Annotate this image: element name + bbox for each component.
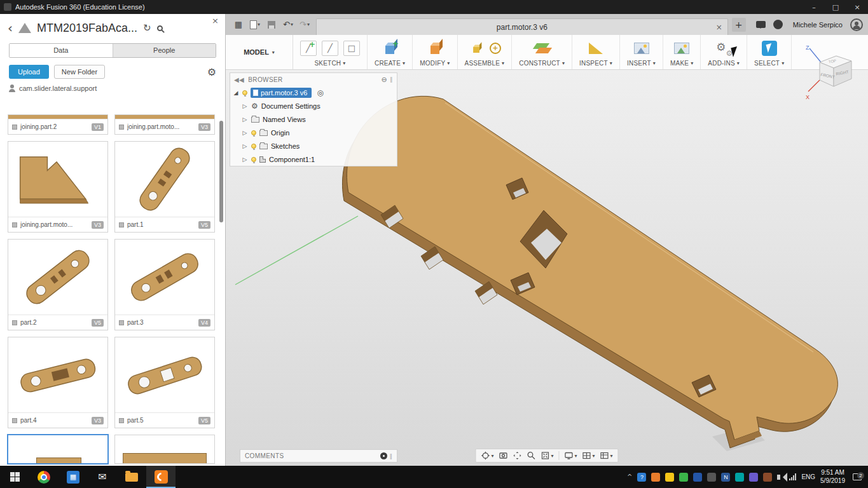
press-pull-icon[interactable] [427,40,443,57]
create-menu[interactable]: CREATE▾ [375,60,405,67]
joint-icon[interactable]: + [490,43,501,54]
refresh-icon[interactable]: ↻ [143,22,151,34]
volume-icon[interactable] [777,475,780,480]
taskbar-chrome[interactable] [29,466,59,488]
language-indicator[interactable]: ENG [801,473,815,480]
document-tab[interactable]: part.motor.3 v6 × [316,18,728,35]
visibility-bulb-icon[interactable] [251,144,256,149]
tray-icon[interactable]: N [721,473,730,482]
clock[interactable]: 9:51 AM 5/9/2019 [820,469,845,485]
zoom-icon[interactable] [525,449,537,462]
tray-icon[interactable]: ? [637,473,646,482]
minimize-button[interactable]: – [803,0,825,14]
search-icon[interactable] [157,25,163,31]
file-menu-icon[interactable]: ▾ [247,17,263,32]
comments-grip-icon[interactable]: ∥ [390,453,393,459]
addins-menu[interactable]: ADD-INS▾ [708,60,740,67]
data-panel-close-icon[interactable]: × [212,16,219,25]
file-card-selected[interactable] [8,435,108,464]
data-panel-scrollbar[interactable] [219,121,223,222]
tab-people[interactable]: People [113,44,216,57]
expand-icon[interactable]: ▷ [242,130,248,136]
comments-menu-icon[interactable] [380,452,387,459]
browser-node-document-settings[interactable]: ▷ ⚙ Document Settings [230,99,397,112]
tray-icon[interactable] [665,473,674,482]
file-card[interactable] [114,435,215,464]
user-name[interactable]: Michele Serpico [793,21,843,29]
profile-avatar-icon[interactable] [850,18,863,31]
document-tab-close-icon[interactable]: × [716,23,722,32]
create-sketch-icon[interactable]: ╱+ [300,41,317,56]
make-3d-print-icon[interactable] [674,43,689,54]
tray-expand-icon[interactable]: ^ [627,473,632,480]
tray-icon[interactable] [693,473,702,482]
browser-root-row[interactable]: ◢ part.motor.3 v6 ◎ [230,86,397,99]
visibility-bulb-icon[interactable] [251,157,256,162]
look-at-icon[interactable] [497,449,509,462]
save-icon[interactable] [264,17,279,32]
file-card[interactable]: part.3 V4 [114,239,215,330]
scripts-addins-icon[interactable]: ⚙⚙ [716,41,731,56]
browser-grip-icon[interactable]: ∥ [390,76,393,83]
browser-node-sketches[interactable]: ▷ Sketches [230,139,397,152]
fit-icon[interactable]: ▾ [539,449,555,462]
comments-bar[interactable]: COMMENTS ∥ [240,449,397,463]
breadcrumb[interactable]: cam.slider.lateral.support [19,85,97,92]
construct-menu[interactable]: CONSTRUCT▾ [519,60,565,67]
file-card[interactable]: joining.part.2 V1 [8,114,108,135]
insert-menu[interactable]: INSERT▾ [627,60,656,67]
file-card[interactable]: part.5 V5 [114,337,215,428]
part-top-face[interactable] [347,96,837,440]
comments-bubble-icon[interactable] [756,21,766,28]
file-card[interactable]: joining.part.moto... V3 [8,141,108,233]
isolate-eye-icon[interactable]: ◎ [317,88,323,97]
part-motor-body[interactable] [342,96,837,448]
modify-menu[interactable]: MODIFY▾ [420,60,450,67]
expand-icon[interactable]: ▷ [242,156,248,163]
back-icon[interactable]: ‹ [8,22,13,34]
create-form-icon[interactable]: + [382,40,398,57]
grid-display-icon[interactable]: ▾ [581,449,597,462]
insert-image-icon[interactable] [634,43,649,54]
tray-icon[interactable] [763,473,772,482]
expand-icon[interactable]: ▷ [242,116,248,123]
expand-icon[interactable]: ▷ [242,143,248,149]
expand-icon[interactable]: ▷ [242,103,248,109]
taskbar-store[interactable]: ▦ [59,466,88,488]
expand-icon[interactable]: ◢ [233,90,239,96]
viewports-icon[interactable]: ▾ [598,449,615,462]
taskbar-mail[interactable]: ✉ [88,466,117,488]
make-menu[interactable]: MAKE▾ [670,60,693,67]
new-document-tab-icon[interactable]: + [732,18,746,32]
assemble-menu[interactable]: ASSEMBLE▾ [465,60,505,67]
tray-icon[interactable] [651,473,660,482]
tray-icon[interactable] [679,473,688,482]
sketch-rectangle-icon[interactable]: □ [343,41,360,56]
tray-icon[interactable] [707,473,716,482]
browser-collapse-icon[interactable]: ◀◀ [234,76,244,83]
view-cube-body[interactable]: TOP FRONT RIGHT [820,56,851,86]
sketch-menu[interactable]: SKETCH▾ [315,60,346,67]
file-card[interactable]: part.1 V5 [114,141,215,233]
start-button[interactable] [0,466,29,488]
browser-node-named-views[interactable]: ▷ Named Views [230,112,397,126]
new-folder-button[interactable]: New Folder [54,65,105,79]
tray-icon[interactable] [749,473,758,482]
job-status-icon[interactable] [773,20,783,29]
maximize-button[interactable]: □ [825,0,846,14]
construction-plane-icon[interactable] [534,41,550,56]
file-card[interactable]: part.4 V3 [8,337,108,428]
view-cube[interactable]: Z X TOP FRONT RIGHT [803,43,859,104]
file-card[interactable]: joining.part.moto... V3 [114,114,215,135]
select-tool-icon[interactable] [762,41,777,56]
upload-button[interactable]: Upload [9,65,49,79]
browser-node-component[interactable]: ▷ Component1:1 [230,152,397,166]
undo-icon[interactable]: ↶▾ [280,17,296,32]
workspace-selector[interactable]: MODEL▾ [226,35,293,69]
browser-root-node[interactable]: part.motor.3 v6 [251,88,312,98]
model-canvas[interactable]: ◀◀ BROWSER ⊖ ∥ ◢ part.motor.3 v6 ◎ [226,70,868,466]
file-card[interactable]: part.2 V5 [8,239,108,330]
select-menu[interactable]: SELECT▾ [754,60,784,67]
sketch-line-icon[interactable]: ╱ [322,41,338,56]
visibility-bulb-icon[interactable] [242,90,247,95]
